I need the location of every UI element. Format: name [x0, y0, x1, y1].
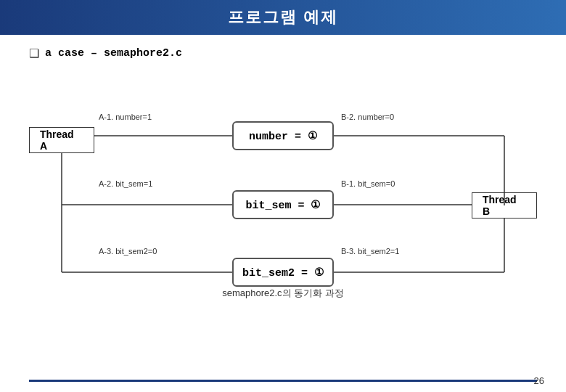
page-number: 26: [534, 375, 544, 386]
label-b2: B-2. number=0: [341, 113, 394, 121]
caption: semaphore2.c의 동기화 과정: [29, 287, 537, 300]
label-a3: A-3. bit_sem2=0: [99, 247, 157, 256]
subtitle: ❑ a case – semaphore2.c: [29, 46, 537, 60]
subtitle-bullet: ❑: [29, 46, 39, 60]
footer: [0, 380, 566, 385]
var-bitsem2-box: bit_sem2 = ①: [232, 258, 334, 287]
header: 프로그램 예제: [0, 0, 566, 35]
label-b3: B-3. bit_sem2=1: [341, 247, 399, 256]
label-b1: B-1. bit_sem=0: [341, 179, 395, 188]
var-bitsem-box: bit_sem = ①: [232, 190, 334, 219]
header-title: 프로그램 예제: [228, 7, 338, 28]
label-a2: A-2. bit_sem=1: [99, 179, 152, 188]
subtitle-text: a case – semaphore2.c: [45, 47, 182, 60]
diagram: Thread A Thread B number = ① bit_sem = ①…: [29, 78, 537, 281]
label-a1: A-1. number=1: [99, 113, 152, 121]
var-number-box: number = ①: [232, 121, 334, 150]
thread-a-box: Thread A: [29, 127, 94, 153]
thread-b-box: Thread B: [472, 192, 537, 219]
footer-line: [29, 380, 537, 382]
content: ❑ a case – semaphore2.c Thread A Thread …: [0, 35, 566, 307]
